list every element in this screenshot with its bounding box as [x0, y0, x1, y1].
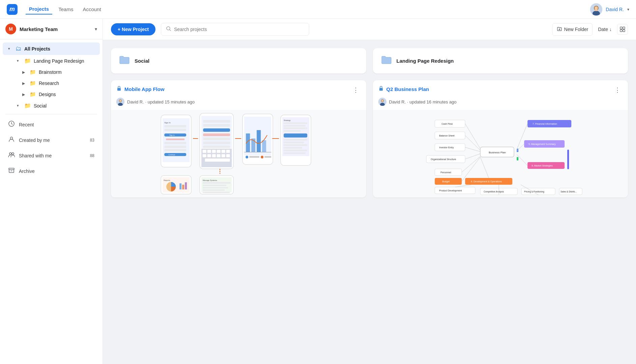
svg-rect-30 [164, 146, 186, 148]
project-updated: updated 16 minutes ago [409, 99, 457, 104]
project-title: Q2 Business Plan [386, 86, 429, 92]
project-card-q2-business-plan[interactable]: Q2 Business Plan ⋮ David R. [373, 80, 628, 198]
svg-point-66 [261, 156, 263, 158]
svg-rect-44 [207, 154, 211, 157]
svg-text:Balance Sheet: Balance Sheet [439, 134, 455, 137]
project-author: David R. [389, 99, 406, 104]
project-card-mobile-app-flow[interactable]: Mobile App Flow ⋮ David R. [111, 80, 366, 198]
nav-link-account[interactable]: Account [79, 4, 104, 14]
svg-rect-94 [284, 147, 302, 149]
svg-rect-80 [203, 187, 228, 188]
nav-link-projects[interactable]: Projects [26, 4, 52, 14]
designs-folder-icon: 📁 [30, 91, 36, 97]
svg-text:9. Market Strategies: 9. Market Strategies [531, 164, 553, 167]
sidebar: M Marketing Team ▾ ▾ 🗂 All Projects ▾ 📁 … [0, 19, 103, 364]
date-sort-button[interactable]: Date ↓ [598, 27, 612, 32]
new-project-button[interactable]: + New Project [111, 23, 155, 35]
project-title-row: Q2 Business Plan [378, 86, 429, 92]
project-meta-text: David R. · updated 16 minutes ago [389, 99, 457, 104]
svg-rect-31 [164, 149, 186, 151]
svg-rect-55 [203, 142, 230, 144]
project-preview-mindmap: Business Plan Cash Flow [373, 110, 628, 198]
sidebar-item-shared-with-me[interactable]: Shared with me 88 [3, 148, 100, 163]
svg-rect-53 [203, 133, 230, 136]
user-name[interactable]: David R. [606, 7, 624, 12]
svg-rect-89 [284, 130, 300, 132]
project-preview-mobile: Sign In Sign In Continue [111, 110, 366, 198]
svg-rect-91 [284, 139, 307, 141]
sidebar-item-landing-page-redesign[interactable]: ▾ 📁 Landing Page Redesign [3, 55, 100, 66]
svg-text:8. Development & Operations: 8. Development & Operations [471, 180, 502, 183]
sidebar-item-designs[interactable]: ▶ 📁 Designs [3, 89, 100, 100]
grid-view-button[interactable] [617, 24, 628, 35]
project-meta: David R. · updated 15 minutes ago [111, 98, 366, 110]
project-menu-button[interactable]: ⋮ [612, 86, 623, 94]
landing-page-folder-icon: 📁 [24, 58, 31, 64]
sidebar-all-projects[interactable]: ▾ 🗂 All Projects [3, 42, 100, 55]
svg-rect-41 [221, 150, 225, 153]
app-logo: m [7, 4, 18, 15]
svg-rect-45 [212, 154, 216, 157]
folder-card-social[interactable]: Social [111, 48, 366, 73]
folder-name: Social [135, 58, 149, 64]
sidebar-item-social[interactable]: ▾ 📁 Social [3, 100, 100, 111]
sidebar-item-recent[interactable]: Recent [3, 117, 100, 132]
all-projects-chevron-icon: ▾ [8, 47, 13, 51]
nav-link-teams[interactable]: Teams [55, 4, 77, 14]
svg-rect-96 [284, 152, 306, 154]
svg-rect-92 [284, 142, 304, 143]
sidebar-item-label: Created by me [19, 138, 50, 143]
search-input[interactable] [174, 27, 304, 32]
project-card-header: Q2 Business Plan ⋮ [373, 80, 628, 98]
user-menu-chevron: ▾ [627, 7, 629, 12]
svg-rect-40 [216, 150, 221, 153]
svg-rect-63 [244, 152, 271, 152]
new-folder-button[interactable]: New Folder [552, 23, 593, 36]
search-icon [166, 26, 171, 33]
created-by-me-badge: 83 [90, 138, 94, 143]
brainstorm-chevron-icon: ▶ [22, 70, 27, 74]
svg-point-101 [381, 100, 383, 102]
svg-text:Competitive Analysis: Competitive Analysis [484, 190, 504, 193]
sidebar-item-brainstorm[interactable]: ▶ 📁 Brainstorm [3, 67, 100, 78]
person-icon [8, 136, 15, 144]
svg-rect-81 [203, 189, 225, 191]
sidebar-item-research[interactable]: ▶ 📁 Research [3, 78, 100, 89]
svg-text:Organizational Structure: Organizational Structure [431, 158, 456, 161]
folder-card-landing-page-redesign[interactable]: Landing Page Redesign [373, 48, 628, 73]
svg-rect-29 [164, 142, 186, 144]
svg-point-7 [9, 153, 11, 155]
svg-rect-49 [205, 158, 230, 162]
sidebar-item-created-by-me[interactable]: Created by me 83 [3, 132, 100, 148]
people-icon [8, 151, 15, 160]
svg-rect-65 [249, 156, 259, 158]
svg-rect-13 [620, 30, 622, 32]
svg-rect-26 [164, 133, 186, 136]
svg-rect-48 [226, 154, 230, 157]
svg-text:Personnel: Personnel [440, 171, 451, 174]
project-author-avatar [116, 98, 124, 106]
svg-text:Budget: Budget [442, 180, 450, 183]
nav-right: David R. ▾ [590, 3, 629, 16]
project-meta-text: David R. · updated 15 minutes ago [127, 99, 195, 104]
research-chevron-icon: ▶ [22, 81, 27, 86]
sidebar-item-label: Shared with me [19, 153, 52, 158]
svg-rect-15 [117, 88, 121, 91]
social-chevron-icon: ▾ [17, 103, 22, 108]
workspace-selector[interactable]: M Marketing Team ▾ [0, 19, 103, 39]
svg-rect-46 [216, 154, 221, 157]
project-menu-button[interactable]: ⋮ [351, 86, 361, 94]
folder-icon [119, 55, 130, 67]
svg-rect-56 [203, 146, 230, 148]
project-updated: updated 15 minutes ago [148, 99, 195, 104]
svg-rect-67 [264, 156, 271, 158]
sidebar-item-archive[interactable]: Archive [3, 163, 100, 179]
sidebar-item-label: Landing Page Redesign [34, 58, 84, 64]
sidebar-divider [5, 114, 97, 114]
project-author: David R. [127, 99, 144, 104]
svg-text:Sign In: Sign In [169, 134, 175, 136]
toolbar-right: New Folder Date ↓ [552, 23, 628, 36]
project-title-row: Mobile App Flow [116, 86, 165, 92]
sidebar-item-label: Social [34, 103, 47, 109]
sidebar-item-label: Research [39, 81, 59, 86]
